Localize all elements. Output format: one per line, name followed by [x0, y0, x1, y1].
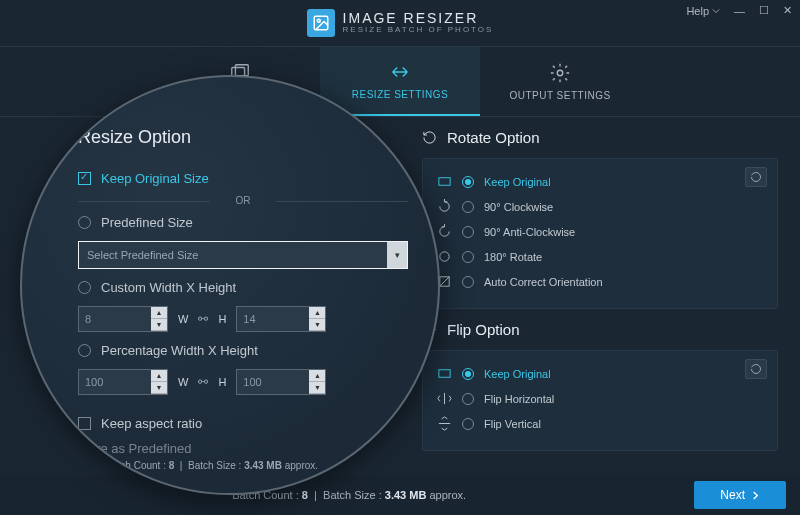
rotate180-icon: [437, 249, 452, 264]
minimize-button[interactable]: —: [734, 5, 745, 17]
radio-icon: [462, 418, 474, 430]
flip-reset-button[interactable]: [745, 359, 767, 379]
app-logo-icon: [307, 9, 335, 37]
help-menu[interactable]: Help: [686, 5, 720, 17]
radio-icon: [462, 226, 474, 238]
svg-rect-7: [439, 370, 450, 378]
app-title: IMAGE RESIZER: [343, 11, 494, 26]
or-divider: OR: [78, 195, 408, 206]
radio-icon: [78, 216, 91, 229]
keep-aspect-ratio[interactable]: Keep aspect ratio: [78, 411, 408, 436]
rotate-keep-original[interactable]: Keep Original: [437, 169, 763, 194]
rotate-auto[interactable]: Auto Correct Orientation: [437, 269, 763, 294]
width-label: W: [178, 313, 188, 325]
link-icon[interactable]: ⚯: [198, 312, 208, 326]
batch-stats: Batch Count : 8 | Batch Size : 3.43 MB a…: [14, 489, 684, 501]
zoom-lens: Resize Option Keep Original Size OR Pred…: [20, 75, 440, 495]
height-label: H: [218, 313, 226, 325]
keep-original-size[interactable]: Keep Original Size: [78, 166, 408, 191]
pct-width-input[interactable]: 100▲▼: [78, 369, 168, 395]
rotate-icon: [422, 130, 437, 145]
svg-rect-5: [439, 178, 450, 186]
rotate-90-cw[interactable]: 90° Clockwise: [437, 194, 763, 219]
chevron-right-icon: [751, 491, 760, 500]
footer-peek: atch Count : 8 | Batch Size : 3.43 MB ap…: [112, 460, 318, 471]
title-bar: IMAGE RESIZER RESIZE BATCH OF PHOTOS Hel…: [0, 0, 800, 47]
predefined-size-select[interactable]: Select Predefined Size ▾: [78, 241, 408, 269]
radio-icon: [462, 251, 474, 263]
radio-icon: [78, 344, 91, 357]
rotate-reset-button[interactable]: [745, 167, 767, 187]
width-input[interactable]: 8▲▼: [78, 306, 168, 332]
flip-vertical[interactable]: Flip Vertical: [437, 411, 763, 436]
flip-panel: Keep Original Flip Horizontal Flip Verti…: [422, 350, 778, 451]
svg-point-4: [557, 70, 563, 76]
height-input[interactable]: 14▲▼: [236, 306, 326, 332]
rect-icon: [437, 174, 452, 189]
app-subtitle: RESIZE BATCH OF PHOTOS: [343, 26, 494, 35]
radio-icon: [462, 276, 474, 288]
rect-icon: [437, 366, 452, 381]
tab-resize-settings[interactable]: RESIZE SETTINGS: [320, 47, 480, 116]
resize-section-header: Resize Option: [78, 127, 408, 148]
flip-keep-original[interactable]: Keep Original: [437, 361, 763, 386]
predefined-size-radio[interactable]: Predefined Size: [78, 210, 408, 235]
flip-section-header: Flip Option: [422, 321, 778, 338]
tab-output-settings[interactable]: OUTPUT SETTINGS: [480, 47, 640, 116]
link-icon[interactable]: ⚯: [198, 375, 208, 389]
rotate-90-ccw[interactable]: 90° Anti-Clockwise: [437, 219, 763, 244]
percentage-wh-radio[interactable]: Percentage Width X Height: [78, 338, 408, 363]
cw-icon: [437, 199, 452, 214]
flip-horizontal[interactable]: Flip Horizontal: [437, 386, 763, 411]
close-button[interactable]: ✕: [783, 4, 792, 17]
flip-h-icon: [437, 391, 452, 406]
svg-rect-3: [235, 65, 248, 76]
maximize-button[interactable]: ☐: [759, 4, 769, 17]
rotate-panel: Keep Original 90° Clockwise 90° Anti-Clo…: [422, 158, 778, 309]
pct-height-input[interactable]: 100▲▼: [236, 369, 326, 395]
chevron-down-icon: ▾: [387, 242, 407, 268]
checkbox-icon: [78, 172, 91, 185]
svg-point-1: [317, 19, 320, 22]
flip-v-icon: [437, 416, 452, 431]
resize-icon: [389, 61, 411, 83]
gear-icon: [549, 62, 571, 84]
radio-icon: [462, 393, 474, 405]
checkbox-icon: [78, 417, 91, 430]
radio-icon: [462, 176, 474, 188]
radio-icon: [78, 281, 91, 294]
radio-icon: [462, 368, 474, 380]
footer-bar: Batch Count : 8 | Batch Size : 3.43 MB a…: [0, 475, 800, 515]
rotate-180[interactable]: 180° Rotate: [437, 244, 763, 269]
next-button[interactable]: Next: [694, 481, 786, 509]
ccw-icon: [437, 224, 452, 239]
custom-wh-radio[interactable]: Custom Width X Height: [78, 275, 408, 300]
rotate-section-header: Rotate Option: [422, 129, 778, 146]
radio-icon: [462, 201, 474, 213]
